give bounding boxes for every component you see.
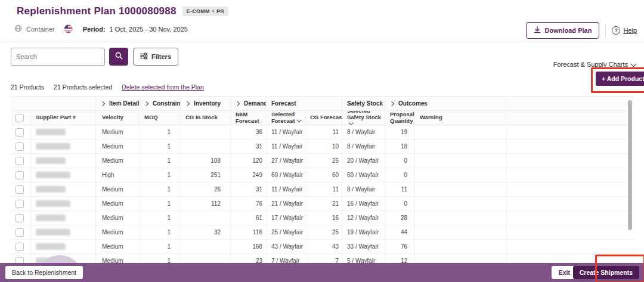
- supplier-part-cell: [31, 154, 96, 168]
- row-checkbox[interactable]: [16, 200, 24, 208]
- filters-button[interactable]: Filters: [133, 48, 178, 66]
- search-button[interactable]: [109, 48, 128, 66]
- selected-safety-stock-cell: 8 / Wayfair: [342, 140, 385, 153]
- shipping-type-label: Container: [26, 26, 55, 33]
- download-plan-button[interactable]: Download Plan: [526, 22, 600, 39]
- selected-safety-stock-cell: 16 / Wayfair: [342, 197, 385, 210]
- n6m-forecast-cell: 23: [231, 254, 267, 263]
- proposal-quantity-cell: 11: [385, 182, 415, 196]
- n6m-forecast-cell: 31: [231, 182, 267, 196]
- products-table: Item Details Constraints Inventory Deman…: [11, 96, 633, 263]
- group-outcomes[interactable]: Outcomes: [385, 97, 506, 110]
- cg-forecast-cell: 26: [306, 154, 342, 168]
- table-row: Medium 1 23 7 / Wayfair 7 5 / Wayfair 12: [11, 254, 633, 263]
- back-to-replenishment-button[interactable]: Back to Replenishment: [5, 266, 83, 279]
- selected-safety-stock-cell: 8 / Wayfair: [342, 182, 385, 196]
- page-header: Replenishment Plan 1000080988 E-COMM + P…: [0, 0, 644, 42]
- period-value: 1 Oct, 2025 - 30 Nov, 2025: [110, 26, 188, 33]
- sliders-icon: [140, 52, 148, 61]
- warning-cell: [415, 168, 506, 182]
- col-cg-forecast: CG Forecast: [306, 111, 342, 125]
- add-product-button[interactable]: + Add Product: [596, 72, 644, 86]
- chevron-right-icon: [185, 101, 190, 106]
- row-checkbox[interactable]: [16, 257, 24, 264]
- selected-forecast-cell: 43 / Wayfair: [267, 240, 306, 253]
- selected-forecast-cell: 17 / Wayfair: [267, 211, 306, 225]
- supplier-part-redacted: [36, 129, 66, 135]
- row-checkbox[interactable]: [16, 243, 24, 251]
- period-label: Period:: [83, 26, 106, 33]
- moq-cell: 1: [140, 254, 181, 263]
- plan-type-badge: E-COMM + PR: [182, 7, 229, 16]
- selected-safety-stock-cell: 20 / Wayfair: [342, 154, 385, 168]
- chevron-down-icon: [631, 61, 637, 67]
- proposal-quantity-cell: 0: [385, 197, 415, 210]
- group-constraints[interactable]: Constraints: [140, 97, 181, 110]
- footer-action-bar: Back to Replenishment Exit Create Shipme…: [0, 263, 644, 282]
- row-checkbox[interactable]: [16, 142, 24, 151]
- row-checkbox[interactable]: [16, 214, 24, 222]
- supplier-part-cell: [31, 211, 96, 225]
- proposal-quantity-cell: 19: [385, 125, 415, 139]
- search-input[interactable]: [11, 48, 105, 66]
- vertical-scrollbar[interactable]: [628, 100, 632, 230]
- group-item-details[interactable]: Item Details: [96, 97, 140, 110]
- velocity-cell: Medium: [96, 211, 140, 225]
- n6m-forecast-cell: 249: [231, 168, 267, 182]
- velocity-cell: Medium: [96, 125, 140, 139]
- cg-in-stock-cell: [181, 140, 231, 153]
- selected-safety-stock-cell: 8 / Wayfair: [342, 125, 385, 139]
- row-checkbox[interactable]: [16, 171, 24, 179]
- moq-cell: 1: [140, 168, 181, 182]
- table-row: Medium 1 168 43 / Wayfair 43 33 / Wayfai…: [11, 240, 633, 254]
- supplier-part-cell: [31, 225, 96, 239]
- n6m-forecast-cell: 61: [231, 211, 267, 225]
- cg-forecast-cell: 10: [306, 140, 342, 153]
- cg-forecast-cell: 25: [306, 225, 342, 239]
- table-row: High 1 251 249 60 / Wayfair 60 60 / Wayf…: [11, 168, 633, 182]
- cg-in-stock-cell: [181, 211, 231, 225]
- page-title: Replenishment Plan 1000080988: [17, 5, 177, 17]
- chevron-right-icon: [235, 101, 240, 106]
- velocity-cell: Medium: [96, 225, 140, 239]
- row-checkbox[interactable]: [16, 128, 24, 137]
- warning-cell: [415, 254, 506, 263]
- group-demand[interactable]: Demand: [231, 97, 267, 110]
- us-flag-icon: [64, 24, 73, 33]
- selected-safety-stock-cell: 19 / Wayfair: [342, 225, 385, 239]
- forecast-supply-charts-toggle[interactable]: Forecast & Supply Charts: [553, 61, 636, 68]
- cg-in-stock-cell: 108: [181, 154, 231, 168]
- velocity-cell: Medium: [96, 197, 140, 210]
- velocity-cell: Medium: [96, 182, 140, 196]
- table-row: Medium 1 36 11 / Wayfair 11 8 / Wayfair …: [11, 125, 633, 140]
- selected-count: 21 Products selected: [54, 83, 112, 91]
- select-all-checkbox[interactable]: [16, 114, 24, 122]
- delete-selected-link[interactable]: Delete selected from the Plan: [122, 83, 204, 91]
- proposal-quantity-cell: 0: [385, 168, 415, 182]
- cg-in-stock-cell: [181, 254, 231, 263]
- help-link[interactable]: Help: [623, 27, 637, 34]
- table-row: Medium 1 108 120 27 / Wayfair 26 20 / Wa…: [11, 154, 633, 168]
- supplier-part-redacted: [36, 186, 66, 193]
- replenishment-plan-page: Replenishment Plan 1000080988 E-COMM + P…: [0, 0, 644, 282]
- row-checkbox[interactable]: [16, 228, 24, 237]
- row-checkbox[interactable]: [16, 157, 24, 165]
- supplier-part-redacted: [36, 200, 70, 207]
- selected-forecast-cell: 11 / Wayfair: [267, 182, 306, 196]
- col-selected-forecast[interactable]: Selected Forecast: [267, 111, 306, 125]
- col-n6m-forecast: N6M Forecast: [231, 111, 267, 125]
- warning-cell: [415, 240, 506, 253]
- col-selected-safety-stock[interactable]: Selected Safety Stock: [342, 111, 385, 125]
- group-inventory[interactable]: Inventory: [181, 97, 231, 110]
- col-moq: MOQ: [140, 111, 181, 125]
- divider: [605, 24, 606, 37]
- velocity-cell: Medium: [96, 154, 140, 168]
- row-checkbox[interactable]: [16, 185, 24, 194]
- supplier-part-redacted: [36, 243, 66, 250]
- table-row: Medium 1 26 31 11 / Wayfair 11 8 / Wayfa…: [11, 182, 633, 197]
- chevron-right-icon: [100, 101, 105, 106]
- velocity-cell: Medium: [96, 254, 140, 263]
- proposal-quantity-cell: 44: [385, 225, 415, 239]
- create-shipments-button[interactable]: Create Shipments: [573, 266, 639, 279]
- n6m-forecast-cell: 36: [231, 125, 267, 139]
